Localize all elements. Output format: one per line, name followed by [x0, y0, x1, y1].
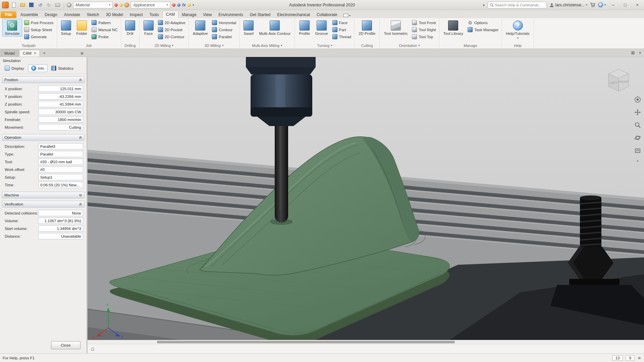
home-icon[interactable]: ⌂	[91, 346, 94, 352]
orientation-dropdown-icon[interactable]: ▾	[418, 44, 420, 47]
tab-environments[interactable]: Environments	[215, 11, 246, 18]
time-value[interactable]: 0:06:59 (20.1%) New...	[38, 182, 83, 188]
viewport-3d-scene[interactable]: Y X Z LEFT	[88, 57, 644, 340]
simulation-close-button[interactable]: Close	[51, 341, 80, 349]
turning-dropdown-icon[interactable]: ▾	[331, 44, 332, 47]
zoom-icon[interactable]	[634, 121, 641, 129]
expand-icon[interactable]	[79, 194, 82, 197]
doc-tab-model[interactable]: Model	[1, 50, 18, 57]
close-button[interactable]: ×	[633, 1, 642, 9]
parameters-fx-icon[interactable]: fx	[182, 3, 186, 7]
tool-front-button[interactable]: Tool Front	[411, 19, 437, 26]
adaptive-button[interactable]: Adaptive	[191, 19, 210, 37]
section-verification-header[interactable]: Verification	[2, 201, 85, 207]
material-adjust-icon[interactable]	[119, 3, 123, 7]
manual-nc-button[interactable]: Manual NC	[90, 26, 119, 33]
look-at-icon[interactable]	[634, 147, 641, 154]
turning-face-button[interactable]: Face	[331, 19, 353, 26]
switch-windows-control[interactable]: ▾	[341, 14, 353, 18]
minimize-button[interactable]: –	[608, 1, 618, 9]
collapse-icon[interactable]	[79, 78, 82, 81]
tab-design[interactable]: Design	[41, 11, 60, 18]
material-update-icon[interactable]	[114, 3, 118, 7]
help-menu[interactable]: ? ▾	[598, 2, 606, 7]
help-tutorials-button[interactable]: ? Help/Tutorials ▾	[503, 19, 532, 41]
drill-button[interactable]: Drill	[123, 19, 138, 37]
2d-profile-button[interactable]: 2D Profile	[356, 19, 378, 37]
quick-access-dropdown-icon[interactable]: ▾	[193, 3, 194, 7]
turning-part-button[interactable]: Part	[331, 26, 353, 33]
tab-cam[interactable]: CAM	[162, 11, 179, 18]
undo-icon[interactable]: ↺	[37, 1, 44, 8]
save-icon[interactable]	[28, 1, 35, 8]
scene-svg[interactable]: Y X Z	[88, 57, 644, 340]
parallel-button[interactable]: Parallel	[211, 33, 237, 40]
task-manager-button[interactable]: Task Manager	[466, 26, 500, 33]
pan-icon[interactable]	[634, 109, 641, 116]
window-box-dropdown-icon[interactable]: ▾	[349, 14, 351, 17]
doc-tab-cam[interactable]: CAM ×	[19, 50, 40, 57]
material-select[interactable]: Material ▾	[73, 2, 113, 8]
group-label-3d-milling[interactable]: 3D Milling▾	[191, 43, 238, 49]
add-doc-tab-button[interactable]: +	[41, 51, 48, 57]
tab-manage[interactable]: Manage	[178, 11, 200, 18]
tool-library-button[interactable]: Tool Library	[441, 19, 466, 37]
section-operation-header[interactable]: Operation	[2, 134, 85, 141]
appearance-edit-icon[interactable]	[177, 3, 180, 7]
group-label-multi-axis[interactable]: Multi-Axis Milling▾	[241, 43, 293, 49]
collapse-icon[interactable]	[79, 136, 82, 139]
user-dropdown-icon[interactable]: ▾	[586, 3, 587, 6]
profile-button[interactable]: Profile	[297, 19, 312, 37]
timeline-scrollbar[interactable]	[88, 340, 644, 344]
2d-contour-button[interactable]: 2D Contour	[157, 33, 187, 40]
maximize-button[interactable]: □	[621, 1, 630, 9]
open-file-icon[interactable]	[19, 1, 26, 8]
group-label-orientation[interactable]: Orientation▾	[381, 43, 437, 49]
multi-axis-dropdown-icon[interactable]: ▾	[281, 44, 282, 47]
cart-icon[interactable]	[590, 3, 595, 7]
swarf-button[interactable]: Swarf	[241, 19, 256, 37]
tool-value[interactable]: #20 - Ø10 mm ball	[38, 159, 83, 165]
tab-info[interactable]: i Info	[28, 64, 47, 72]
horizontal-button[interactable]: Horizontal	[211, 19, 237, 26]
3d-milling-dropdown-icon[interactable]: ▾	[222, 44, 223, 47]
status-menu-icon[interactable]: ≡	[637, 355, 641, 361]
pattern-button[interactable]: Pattern	[90, 19, 119, 26]
tab-annotate[interactable]: Annotate	[61, 11, 84, 18]
search-input[interactable]	[495, 3, 545, 7]
doc-tab-close-icon[interactable]: ×	[34, 51, 36, 56]
measure-icon[interactable]	[187, 3, 191, 7]
2d-adaptive-button[interactable]: 2D Adaptive	[157, 19, 187, 26]
viewcube[interactable]: LEFT FRONT	[602, 66, 635, 96]
group-label-turning[interactable]: Turning▾	[297, 43, 353, 49]
tab-assemble[interactable]: Assemble	[17, 11, 42, 18]
2d-pocket-button[interactable]: 2D Pocket	[157, 26, 187, 33]
contour-button[interactable]: Contour	[211, 26, 237, 33]
simulate-button[interactable]: ⚙ Simulate	[2, 19, 22, 37]
post-process-button[interactable]: Post Process	[23, 19, 55, 26]
probe-button[interactable]: Probe	[90, 33, 119, 40]
full-navigation-wheel-icon[interactable]	[634, 96, 641, 103]
collapse-icon[interactable]	[79, 203, 82, 206]
tab-file[interactable]: File	[1, 11, 16, 18]
timeline-scrollbar-thumb[interactable]	[157, 341, 455, 343]
tab-statistics[interactable]: Statistics	[48, 64, 76, 72]
doc-window-close-icon[interactable]: ×	[639, 50, 641, 55]
section-position-header[interactable]: Position	[2, 76, 85, 83]
tab-view[interactable]: View	[200, 11, 215, 18]
turning-thread-button[interactable]: Thread	[331, 33, 353, 40]
material-dropdown-icon[interactable]: ▾	[109, 3, 110, 6]
appearance-select[interactable]: Appearance ▾	[131, 2, 170, 8]
options-button[interactable]: ⚙ Options	[466, 19, 500, 26]
nav-more-icon[interactable]: ▾	[637, 160, 638, 163]
tool-isometric-button[interactable]: Tool Isometric	[381, 19, 410, 37]
tab-tools[interactable]: Tools	[146, 11, 162, 18]
appearance-update-icon[interactable]	[172, 3, 175, 7]
setup-button[interactable]: Setup	[59, 19, 73, 37]
setup-value[interactable]: Setup1	[38, 174, 83, 180]
redo-icon[interactable]: ↻	[45, 1, 52, 8]
work-offset-value[interactable]: #0	[38, 166, 83, 173]
help-tutorials-dropdown-icon[interactable]: ▾	[517, 37, 519, 40]
tab-display[interactable]: Display	[2, 64, 27, 72]
help-dropdown-icon[interactable]: ▾	[604, 3, 606, 6]
